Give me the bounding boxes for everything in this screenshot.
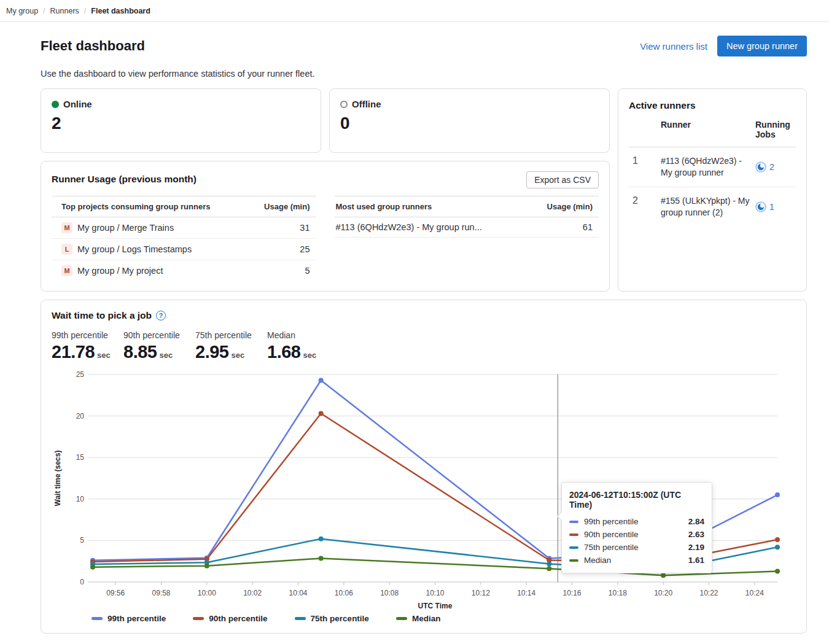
runner-usage: 61 <box>583 222 593 232</box>
tooltip-series-value: 2.84 <box>688 517 704 526</box>
offline-count: 0 <box>340 115 599 132</box>
stat-90th: 90th percentile 8.85 sec <box>123 330 185 362</box>
online-runners-card: Online 2 <box>41 88 321 153</box>
tooltip-row: 75th percentile 2.19 <box>569 541 704 554</box>
ar-runner-column-header: Runner <box>661 120 750 139</box>
project-avatar: M <box>61 265 72 276</box>
svg-text:Wait time (secs): Wait time (secs) <box>53 451 62 506</box>
export-csv-button[interactable]: Export as CSV <box>526 171 599 188</box>
breadcrumb-item-group[interactable]: My group <box>6 7 38 15</box>
table-row: 1 #113 (6QHdzW2e3) - My group runner 2 <box>629 147 796 187</box>
svg-text:20: 20 <box>76 412 85 421</box>
runner-rank: 2 <box>629 195 656 219</box>
runner-name: #113 (6QHdzW2e3) - My group run... <box>336 222 482 232</box>
usage-min-column-header: Usage (min) <box>264 202 309 211</box>
runner-name: #113 (6QHdzW2e3) - My group runner <box>661 155 750 179</box>
new-group-runner-button[interactable]: New group runner <box>717 36 807 56</box>
series-swatch-icon <box>295 617 306 620</box>
runner-rank: 1 <box>629 155 656 179</box>
svg-text:10: 10 <box>76 495 85 503</box>
offline-runners-card: Offline 0 <box>329 88 610 153</box>
series-swatch-icon <box>569 521 578 523</box>
svg-text:10:22: 10:22 <box>699 589 718 597</box>
tooltip-row: Median 1.61 <box>569 554 704 567</box>
stat-unit: sec <box>97 351 111 360</box>
online-count: 2 <box>52 115 310 132</box>
project-avatar: L <box>61 244 72 255</box>
breadcrumb-item-runners[interactable]: Runners <box>50 7 79 15</box>
breadcrumb-item-current: Fleet dashboard <box>91 7 150 15</box>
tooltip-row: 99th percentile 2.84 <box>569 515 704 528</box>
running-status-icon <box>755 161 766 173</box>
running-jobs-count-link[interactable]: 1 <box>769 202 774 212</box>
page-description: Use the dashboard to view performance st… <box>41 69 807 79</box>
wait-time-card: Wait time to pick a job ? 99th percentil… <box>41 300 807 634</box>
offline-status-dot-icon <box>340 101 348 108</box>
svg-text:10:06: 10:06 <box>335 589 353 597</box>
svg-text:10:00: 10:00 <box>198 589 216 597</box>
tooltip-series-value: 2.19 <box>688 543 704 552</box>
svg-text:UTC Time: UTC Time <box>418 602 453 610</box>
legend-label: Median <box>412 614 441 623</box>
stat-median: Median 1.68 sec <box>267 330 329 362</box>
svg-text:25: 25 <box>76 370 85 379</box>
runner-usage-card: Runner Usage (previous month) Export as … <box>41 161 610 292</box>
tooltip-title: 2024-06-12T10:15:00Z (UTC Time) <box>569 490 704 510</box>
breadcrumb-separator: / <box>43 7 45 15</box>
usage-min-column-header: Usage (min) <box>547 202 593 211</box>
legend-item-median[interactable]: Median <box>396 614 441 623</box>
stat-value: 8.85 <box>123 342 157 362</box>
ar-jobs-column-header: Running Jobs <box>755 120 796 139</box>
svg-text:10:18: 10:18 <box>609 589 627 597</box>
svg-text:10:16: 10:16 <box>562 589 581 597</box>
page-title: Fleet dashboard <box>41 38 145 54</box>
page-header: Fleet dashboard View runners list New gr… <box>41 36 807 56</box>
help-question-icon[interactable]: ? <box>156 311 166 320</box>
stat-value: 21.78 <box>52 342 95 362</box>
svg-text:09:58: 09:58 <box>152 589 170 597</box>
legend-label: 75th percentile <box>311 614 369 623</box>
dashboard-top-grid: Online 2 Offline 0 Runner Usage (previou… <box>41 88 807 292</box>
svg-text:10:14: 10:14 <box>517 589 535 597</box>
svg-text:15: 15 <box>76 453 85 462</box>
active-runners-title: Active runners <box>629 100 796 111</box>
runner-name: #155 (ULkKYpkpt) - My group runner (2) <box>661 195 750 219</box>
stat-label: 90th percentile <box>123 330 185 340</box>
wait-time-chart[interactable]: 051015202509:5609:5810:0010:0210:0410:06… <box>52 367 796 613</box>
project-name: My group / Logs Timestamps <box>77 244 192 254</box>
legend-label: 90th percentile <box>209 614 267 623</box>
svg-text:10:10: 10:10 <box>426 589 444 597</box>
running-jobs-count-link[interactable]: 2 <box>769 162 774 172</box>
view-runners-list-link[interactable]: View runners list <box>640 41 707 52</box>
tooltip-row: 90th percentile 2.63 <box>569 528 704 541</box>
tooltip-series-value: 1.61 <box>688 556 704 565</box>
project-avatar: M <box>61 222 72 233</box>
online-label: Online <box>63 99 92 109</box>
tooltip-series-name: 99th percentile <box>584 517 683 526</box>
wait-time-stats: 99th percentile 21.78 sec 90th percentil… <box>52 330 796 362</box>
stat-value: 2.95 <box>195 342 228 362</box>
stat-unit: sec <box>231 351 244 360</box>
series-swatch-icon <box>91 617 103 620</box>
legend-item-90th[interactable]: 90th percentile <box>193 614 267 623</box>
stat-label: Median <box>267 330 329 340</box>
svg-text:10:20: 10:20 <box>654 589 672 597</box>
svg-text:10:02: 10:02 <box>243 589 262 597</box>
legend-item-75th[interactable]: 75th percentile <box>295 614 369 623</box>
project-usage: 25 <box>300 244 309 254</box>
project-name: My group / My project <box>77 266 163 276</box>
legend-item-99th[interactable]: 99th percentile <box>91 614 166 623</box>
series-swatch-icon <box>569 546 578 549</box>
svg-text:09:56: 09:56 <box>106 589 125 597</box>
svg-text:0: 0 <box>80 578 84 586</box>
table-row: M My group / Merge Trains 31 <box>52 217 316 239</box>
series-swatch-icon <box>396 617 407 620</box>
legend-label: 99th percentile <box>107 614 166 623</box>
active-runners-card: Active runners Runner Running Jobs 1 #11… <box>618 88 807 292</box>
stat-unit: sec <box>303 351 316 360</box>
stat-75th: 75th percentile 2.95 sec <box>195 330 257 362</box>
chart-legend: 99th percentile 90th percentile 75th per… <box>91 614 796 623</box>
stat-label: 99th percentile <box>52 330 113 340</box>
wait-time-title: Wait time to pick a job <box>52 310 152 321</box>
status-cards-row: Online 2 Offline 0 <box>41 88 610 153</box>
